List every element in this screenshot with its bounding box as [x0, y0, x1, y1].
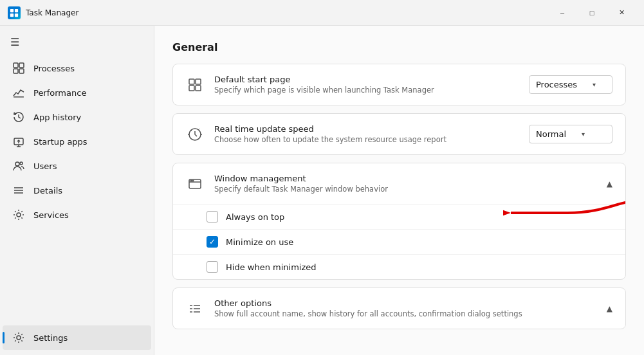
always-on-top-label: Always on top	[226, 212, 284, 222]
update-speed-control[interactable]: Normal ▾	[529, 125, 612, 143]
window-management-desc: Specify default Task Manager window beha…	[214, 185, 596, 194]
real-time-update-card: Real time update speed Choose how often …	[172, 113, 626, 155]
svg-rect-2	[10, 13, 14, 16]
svg-point-28	[192, 180, 194, 181]
svg-rect-5	[19, 63, 24, 68]
sidebar-item-settings[interactable]: Settings	[3, 325, 151, 350]
window-title: Task Manager	[26, 8, 547, 17]
users-label: Users	[33, 161, 57, 171]
default-start-page-control[interactable]: Processes ▾	[529, 75, 612, 94]
start-page-value: Processes	[536, 80, 577, 89]
svg-rect-0	[10, 8, 14, 12]
minimize-on-use-checkbox[interactable]	[207, 236, 218, 248]
svg-rect-3	[15, 13, 18, 16]
hide-when-minimized-item[interactable]: Hide when minimized	[173, 254, 625, 279]
startup-apps-label: Startup apps	[33, 137, 87, 147]
window-controls: – □ ✕	[547, 0, 636, 26]
svg-rect-6	[14, 69, 18, 73]
main-content: General Default start page Specify which…	[154, 26, 644, 355]
other-options-header[interactable]: Other options Show full account name, sh…	[173, 288, 625, 329]
svg-rect-8	[14, 96, 24, 98]
chevron-down-icon: ▾	[582, 131, 585, 138]
sidebar-item-app-history[interactable]: App history	[3, 105, 151, 129]
task-manager-icon	[10, 8, 19, 17]
minimize-on-use-label: Minimize on use	[226, 237, 293, 247]
window-management-icon	[186, 175, 204, 193]
chevron-down-icon: ▾	[593, 81, 596, 88]
update-speed-icon	[186, 125, 204, 143]
real-time-update-row: Real time update speed Choose how often …	[173, 114, 625, 154]
app-body: ☰ Processes Performance	[0, 26, 644, 355]
details-icon	[13, 185, 24, 196]
update-speed-dropdown[interactable]: Normal ▾	[529, 125, 612, 143]
update-speed-value: Normal	[536, 129, 566, 139]
sidebar-item-users[interactable]: Users	[3, 154, 151, 178]
minimize-button[interactable]: –	[547, 0, 577, 26]
svg-point-27	[190, 180, 192, 181]
sidebar-item-services[interactable]: Services	[3, 203, 151, 227]
default-start-page-text: Default start page Specify which page is…	[214, 75, 519, 95]
default-start-page-card: Default start page Specify which page is…	[172, 64, 626, 105]
svg-rect-23	[196, 86, 201, 91]
start-page-dropdown[interactable]: Processes ▾	[529, 75, 612, 94]
processes-label: Processes	[33, 64, 75, 73]
window-management-text: Window management Specify default Task M…	[214, 174, 596, 194]
window-management-header[interactable]: Window management Specify default Task M…	[173, 163, 625, 204]
services-icon	[13, 209, 24, 221]
real-time-update-label: Real time update speed	[214, 124, 519, 134]
startup-icon	[13, 136, 24, 147]
hide-when-minimized-label: Hide when minimized	[226, 262, 317, 272]
other-options-icon	[186, 300, 204, 318]
real-time-update-desc: Choose how often to update the system re…	[214, 135, 519, 144]
always-on-top-checkbox[interactable]	[207, 211, 218, 223]
close-button[interactable]: ✕	[607, 0, 636, 26]
other-options-chevron[interactable]: ▲	[607, 304, 612, 313]
sidebar-item-details[interactable]: Details	[3, 178, 151, 203]
grid-icon	[13, 62, 24, 74]
svg-rect-22	[189, 86, 194, 91]
other-options-text: Other options Show full account name, sh…	[214, 298, 596, 318]
other-options-desc: Show full account name, show history for…	[214, 309, 596, 318]
hamburger-button[interactable]: ☰	[0, 31, 154, 56]
sidebar-item-startup-apps[interactable]: Startup apps	[3, 129, 151, 154]
other-options-label: Other options	[214, 298, 596, 308]
svg-point-18	[17, 213, 21, 217]
settings-icon	[13, 332, 24, 343]
sidebar-item-processes[interactable]: Processes	[3, 56, 151, 80]
settings-label: Settings	[33, 333, 68, 343]
svg-rect-4	[14, 63, 18, 68]
start-page-icon	[186, 76, 204, 94]
minimize-on-use-item[interactable]: Minimize on use	[173, 229, 625, 254]
svg-point-13	[15, 162, 19, 166]
other-options-card: Other options Show full account name, sh…	[172, 287, 626, 329]
sidebar-bottom: Settings	[0, 325, 154, 350]
maximize-button[interactable]: □	[577, 0, 607, 26]
page-title: General	[172, 41, 626, 53]
sidebar: ☰ Processes Performance	[0, 26, 154, 355]
chart-icon	[13, 87, 24, 98]
hamburger-icon: ☰	[10, 36, 19, 48]
default-start-page-row: Default start page Specify which page is…	[173, 64, 625, 105]
users-icon	[13, 160, 24, 172]
svg-rect-20	[189, 79, 194, 84]
app-icon	[8, 6, 21, 19]
title-bar: Task Manager – □ ✕	[0, 0, 644, 26]
hide-when-minimized-checkbox[interactable]	[207, 261, 218, 273]
always-on-top-item[interactable]: Always on top	[173, 204, 625, 229]
real-time-update-text: Real time update speed Choose how often …	[214, 124, 519, 144]
details-label: Details	[33, 186, 62, 196]
default-start-page-label: Default start page	[214, 75, 519, 84]
history-icon	[13, 111, 24, 123]
performance-label: Performance	[33, 88, 86, 98]
svg-rect-7	[19, 69, 24, 73]
default-start-page-desc: Specify which page is visible when launc…	[214, 86, 519, 95]
svg-rect-1	[15, 8, 18, 12]
svg-rect-21	[196, 79, 201, 84]
svg-point-19	[17, 336, 21, 340]
window-management-chevron[interactable]: ▲	[607, 179, 612, 188]
sidebar-item-performance[interactable]: Performance	[3, 80, 151, 105]
window-management-label: Window management	[214, 174, 596, 183]
window-management-card: Window management Specify default Task M…	[172, 163, 626, 280]
app-history-label: App history	[33, 113, 81, 122]
svg-point-14	[20, 162, 23, 165]
